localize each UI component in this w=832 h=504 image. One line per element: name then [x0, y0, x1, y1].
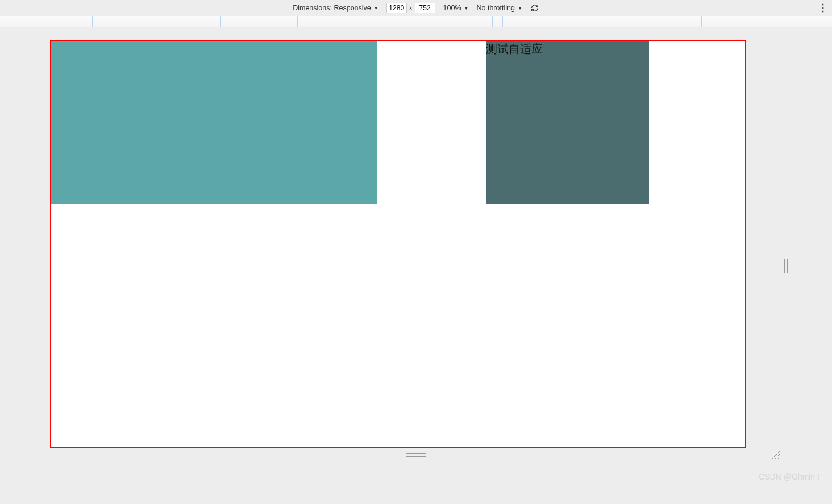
svg-point-1 — [822, 7, 823, 9]
height-input[interactable] — [415, 3, 435, 13]
breakpoint-ruler — [0, 16, 832, 27]
dimension-separator: × — [409, 5, 413, 11]
dark-box: 测试自适应 — [486, 41, 649, 204]
rotate-icon[interactable] — [530, 3, 539, 13]
svg-point-0 — [822, 3, 823, 5]
responsive-viewport: 测试自适应 — [50, 40, 746, 448]
dimension-inputs: × — [386, 3, 435, 13]
more-options-icon[interactable] — [819, 1, 826, 15]
watermark: CSDN @Ghmin！ — [759, 472, 823, 482]
ruler-tick[interactable] — [288, 16, 288, 27]
resize-handle-right[interactable] — [784, 259, 788, 273]
teal-box — [51, 41, 377, 204]
ruler-tick[interactable] — [220, 16, 221, 27]
svg-point-2 — [822, 10, 823, 12]
ruler-tick[interactable] — [701, 16, 702, 27]
throttling-dropdown[interactable]: No throttling — [476, 4, 522, 12]
dark-box-text: 测试自适应 — [486, 43, 543, 55]
ruler-tick[interactable] — [492, 16, 493, 27]
ruler-tick[interactable] — [522, 16, 522, 27]
ruler-tick[interactable] — [92, 16, 93, 27]
device-toolbar: Dimensions: Responsive × 100% No throttl… — [0, 0, 832, 16]
ruler-tick[interactable] — [269, 16, 269, 27]
device-viewport-area: 测试自适应 — [0, 27, 832, 504]
dimensions-label: Dimensions: — [293, 4, 332, 12]
width-input[interactable] — [386, 3, 407, 13]
ruler-tick[interactable] — [511, 16, 511, 27]
ruler-tick[interactable] — [169, 16, 169, 27]
resize-handle-corner[interactable] — [771, 450, 780, 459]
ruler-tick[interactable] — [297, 16, 298, 27]
zoom-dropdown[interactable]: 100% — [443, 4, 469, 12]
resize-handle-bottom[interactable] — [406, 453, 426, 457]
svg-line-5 — [777, 457, 780, 459]
ruler-tick[interactable] — [626, 16, 626, 27]
svg-line-4 — [775, 454, 780, 459]
dimensions-mode-dropdown[interactable]: Responsive — [334, 4, 378, 12]
ruler-tick[interactable] — [502, 16, 503, 27]
ruler-tick[interactable] — [278, 16, 278, 27]
